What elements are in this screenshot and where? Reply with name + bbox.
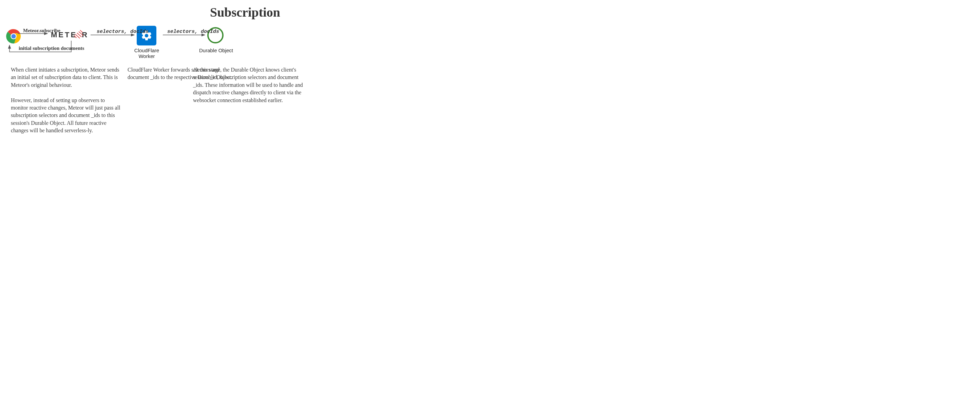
edge-label-subscribe: Meteor.subscribe [23,28,60,33]
durable-object-label: Durable Object [197,48,235,53]
diagram-title: Subscription [0,5,490,20]
cloudflare-worker-label: CloudFlare Worker [126,48,168,59]
diagram-canvas: Subscription METE R CloudFlare Worker Du… [0,0,490,204]
svg-point-2 [11,34,16,38]
chrome-icon [6,29,21,44]
edge-label-selectors-1: selectors, docIds [97,29,149,35]
edge-label-initial-docs: initial subscription documents [19,45,84,51]
description-meteor: When client initiates a subscription, Me… [11,66,123,135]
meteor-streak-icon [76,32,83,38]
edge-label-selectors-2: selectors, docIds [167,29,219,35]
description-durable: At this stage, the Durable Object knows … [193,66,305,104]
